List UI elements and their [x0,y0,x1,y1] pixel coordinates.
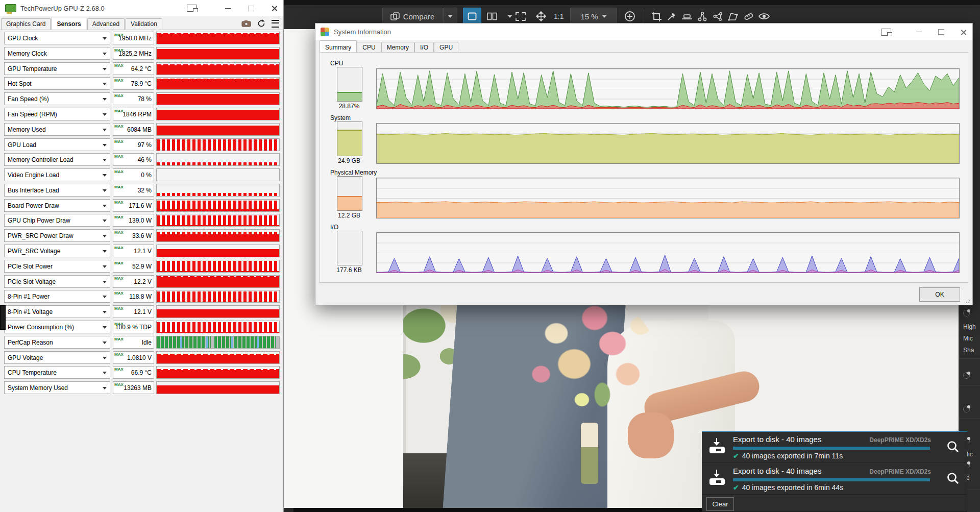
sensor-value-box: MAX139.0 W [113,214,154,227]
gpu-switch-icon[interactable] [183,0,201,16]
sensor-row-bus-interface-load: Bus Interface LoadMAX32 % [0,184,283,198]
sensor-select[interactable]: GPU Load [4,138,110,151]
sensor-select[interactable]: Memory Used [4,123,110,136]
sensor-value-box: MAXIdle [113,336,154,349]
sensor-select[interactable]: System Memory Used [4,381,110,394]
compare-button[interactable]: Compare [382,8,443,25]
tab-advanced[interactable]: Advanced [87,18,125,30]
zoom-level-select[interactable]: 15 % [570,8,617,25]
ratio-1-1-button[interactable]: 1:1 [554,12,564,20]
sensor-select[interactable]: PerfCap Reason [4,336,110,349]
show-mask-button[interactable] [756,9,772,23]
sensor-select[interactable]: Memory Clock [4,47,110,60]
sensor-select[interactable]: PWR_SRC Voltage [4,245,110,257]
thumb-fill [337,92,362,101]
tab-validation[interactable]: Validation [126,18,162,30]
chevron-down-icon [103,113,107,116]
tab-sensors[interactable]: Sensors [52,17,86,30]
screenshot-camera-icon[interactable] [241,20,251,27]
control-polygon-button[interactable] [710,9,725,23]
sensor-select[interactable]: Board Power Draw [4,199,110,212]
sensor-select[interactable]: Bus Interface Load [4,184,110,197]
ok-button[interactable]: OK [919,287,960,302]
tab-gpu[interactable]: GPU [434,42,458,53]
sysinfo-titlebar[interactable]: System Information [315,23,972,40]
sensor-select[interactable]: Fan Speed (RPM) [4,108,110,120]
tab-cpu[interactable]: CPU [357,42,381,53]
sensor-row-memory-controller-load: Memory Controller LoadMAX46 % [0,153,283,167]
section-thumbnail[interactable] [337,176,362,211]
tab-summary[interactable]: Summary [320,40,357,53]
zoom-in-button[interactable] [621,9,639,23]
single-view-button[interactable] [463,8,481,25]
horizon-button[interactable] [679,9,695,23]
monitor-icon[interactable] [877,24,895,40]
magnifier-icon[interactable] [946,440,960,453]
split-view-button[interactable] [482,8,502,25]
compare-dropdown[interactable] [443,8,457,25]
crop-button[interactable] [649,9,664,23]
tab-graphics-card[interactable]: Graphics Card [1,18,51,30]
close-button[interactable] [955,24,972,40]
sensor-value: 12.1 V [134,248,152,255]
single-view-icon [468,12,477,20]
minimize-button[interactable] [219,0,236,16]
sensor-graph [156,366,280,379]
sensor-select[interactable]: PCIe Slot Power [4,260,110,273]
sysinfo-window-title: System Information [334,28,391,36]
section-thumbnail[interactable] [337,231,362,265]
pan-button[interactable] [532,9,550,23]
magnifier-icon[interactable] [946,472,960,485]
clear-button[interactable]: Clear [706,497,734,511]
thumb-fill [337,196,362,210]
section-thumbnail[interactable] [337,67,362,102]
sensor-select[interactable]: CPU Temperature [4,366,110,379]
pan-icon [535,11,547,22]
minimize-button[interactable] [910,24,927,40]
sensor-select[interactable]: PWR_SRC Power Draw [4,229,110,242]
fit-screen-button[interactable] [512,9,529,23]
gpuz-titlebar[interactable]: TechPowerUp GPU-Z 2.68.0 [0,0,283,17]
sensor-select[interactable]: PCIe Slot Voltage [4,275,110,288]
brush-icon[interactable] [959,310,980,318]
sensor-label: GPU Load [8,141,36,149]
sensor-select[interactable]: GPU Temperature [4,62,110,75]
chevron-down-icon [103,189,107,192]
sensor-value: 64.2 °C [131,65,152,72]
control-point-button[interactable] [695,9,710,23]
sensor-select[interactable]: Video Engine Load [4,168,110,181]
section-thumbnail[interactable] [337,121,362,156]
docked-panel-handle[interactable] [0,305,6,330]
sensor-select[interactable]: 8-Pin #1 Voltage [4,305,110,318]
maximize-button[interactable] [933,24,950,40]
max-label: MAX [114,246,124,250]
slider-label-fragment: High [959,323,980,330]
sensor-graph [156,168,280,181]
resize-grip[interactable] [966,298,971,303]
sensor-select[interactable]: Memory Controller Load [4,153,110,166]
close-button[interactable] [266,0,283,16]
sensor-select[interactable]: 8-Pin #1 Power [4,290,110,303]
max-label: MAX [114,169,124,174]
sensor-select[interactable]: Fan Speed (%) [4,92,110,105]
chevron-down-icon [103,53,107,55]
compare-icon [390,12,400,20]
perspective-button[interactable] [725,9,741,23]
tab-io[interactable]: I/O [414,42,434,53]
sensor-select[interactable]: GPU Clock [4,32,110,44]
sensor-select[interactable]: GPU Chip Power Draw [4,214,110,227]
sensor-select[interactable]: GPU Voltage [4,351,110,364]
menu-icon[interactable] [272,20,279,28]
sensor-graph [156,62,280,75]
repair-button[interactable] [741,9,756,23]
sensor-row-memory-clock: Memory ClockMAX1825.2 MHz [0,47,283,61]
sensor-select[interactable]: Power Consumption (%) [4,321,110,333]
brush-icon[interactable] [959,406,980,414]
sensor-select[interactable]: Hot Spot [4,77,110,90]
sensor-value-box: MAX32 % [113,184,154,197]
brush-icon[interactable] [959,372,980,380]
sensor-value-box: MAX12.2 V [113,275,154,288]
tab-memory[interactable]: Memory [381,42,414,53]
color-picker-button[interactable] [664,9,679,23]
refresh-icon[interactable] [257,19,265,28]
